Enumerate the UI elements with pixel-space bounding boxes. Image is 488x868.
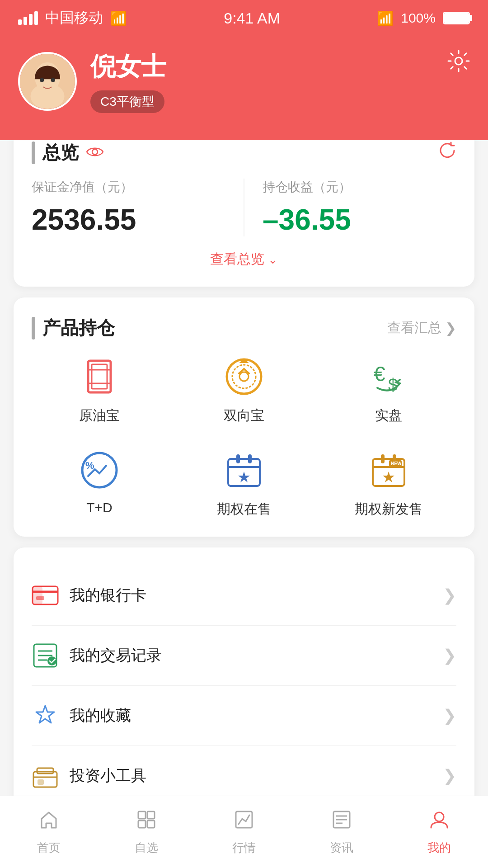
holding-item: 持仓收益（元） –36.55 (244, 179, 456, 236)
svg-point-51 (435, 812, 444, 821)
settings-icon[interactable] (447, 50, 470, 78)
nav-item-mine[interactable]: 我的 (390, 809, 488, 856)
menu-item-bankcard[interactable]: 我的银行卡 ❯ (32, 566, 456, 626)
product-td[interactable]: % T+D (32, 448, 167, 519)
overview-title-area: 总览 (32, 140, 104, 165)
bankcard-icon (32, 582, 59, 609)
svg-rect-21 (248, 454, 252, 463)
svg-rect-45 (147, 821, 155, 828)
nav-item-market[interactable]: 行情 (195, 809, 293, 856)
svg-rect-32 (36, 596, 44, 600)
qiquanzaishou-label: 期权在售 (217, 500, 271, 519)
yuanyoubao-icon (77, 354, 122, 399)
svg-point-2 (30, 84, 64, 109)
mine-icon (428, 809, 450, 835)
tools-icon (32, 762, 59, 789)
user-name: 倪女士 (90, 50, 470, 84)
bottom-nav: 首页 自选 行情 (0, 796, 488, 868)
td-label: T+D (86, 500, 113, 515)
view-summary-button[interactable]: 查看汇总 ❯ (387, 319, 456, 337)
eye-icon[interactable] (86, 142, 104, 163)
products-grid: 原油宝 双向宝 (32, 354, 456, 519)
avatar[interactable] (18, 52, 77, 111)
nav-home-label: 首页 (37, 840, 61, 856)
products-title: 产品持仓 (42, 316, 115, 340)
chevron-right-icon: ❯ (445, 320, 456, 336)
overview-data: 保证金净值（元） 2536.55 持仓收益（元） –36.55 (32, 179, 456, 236)
svg-rect-43 (147, 811, 155, 819)
shipan-icon: € $ (366, 354, 411, 399)
svg-point-4 (51, 78, 55, 82)
qiquanxinfashou-icon: NEW (366, 448, 411, 493)
svg-rect-24 (381, 454, 385, 463)
shuangxiangbao-label: 双向宝 (224, 406, 264, 425)
qiquanxinfashou-label: 期权新发售 (355, 500, 422, 519)
news-icon (331, 809, 352, 835)
time-label: 9:41 AM (224, 9, 280, 27)
products-card-header: 产品持仓 查看汇总 ❯ (32, 316, 456, 340)
product-qiquanzaishou[interactable]: 期权在售 (176, 448, 312, 519)
product-yuanyoubao[interactable]: 原油宝 (32, 354, 167, 425)
nav-market-label: 行情 (232, 840, 256, 856)
holding-value: –36.55 (263, 203, 456, 236)
nav-item-news[interactable]: 资讯 (293, 809, 390, 856)
svg-point-6 (92, 149, 98, 155)
header: 倪女士 C3平衡型 (0, 36, 488, 140)
tools-label: 投资小工具 (70, 765, 432, 786)
title-bar-decoration2 (32, 317, 35, 340)
svg-text:$: $ (388, 375, 398, 394)
title-bar-decoration (32, 142, 35, 164)
menu-item-favorites[interactable]: 我的收藏 ❯ (32, 686, 456, 746)
chevron-right-icon-favorites: ❯ (443, 706, 456, 725)
products-title-area: 产品持仓 (32, 316, 115, 340)
margin-item: 保证金净值（元） 2536.55 (32, 179, 244, 236)
svg-point-37 (47, 656, 56, 665)
chevron-right-icon-bankcard: ❯ (443, 586, 456, 605)
menu-list: 我的银行卡 ❯ 我的交易记录 ❯ (32, 566, 456, 806)
cards-area: 总览 保证金净值（元） 2536.55 (0, 122, 488, 824)
menu-item-trading[interactable]: 我的交易记录 ❯ (32, 626, 456, 686)
product-shipan[interactable]: € $ 实盘 (321, 354, 456, 425)
avatar-image (20, 54, 75, 109)
signal-icon (18, 11, 38, 25)
status-left: 中国移动 📶 (18, 8, 127, 28)
svg-rect-30 (33, 586, 42, 604)
chevron-right-icon-trading: ❯ (443, 646, 456, 665)
svg-rect-42 (138, 811, 145, 819)
svg-rect-8 (92, 364, 107, 389)
refresh-icon[interactable] (438, 142, 456, 164)
product-shuangxiangbao[interactable]: 双向宝 (176, 354, 312, 425)
nav-watchlist-label: 自选 (135, 840, 158, 856)
overview-title: 总览 (42, 140, 79, 165)
bankcard-label: 我的银行卡 (70, 585, 432, 606)
battery-label: 100% (401, 10, 436, 26)
td-icon: % (77, 448, 122, 493)
view-more-button[interactable]: 查看总览 ⌄ (32, 250, 456, 269)
margin-value: 2536.55 (32, 203, 225, 236)
svg-text:NEW: NEW (391, 461, 402, 466)
svg-text:€: € (374, 362, 385, 386)
holding-label: 持仓收益（元） (263, 179, 456, 196)
user-info: 倪女士 C3平衡型 (90, 50, 470, 113)
product-qiquanxinfashou[interactable]: NEW 期权新发售 (321, 448, 456, 519)
nav-item-watchlist[interactable]: 自选 (98, 809, 195, 856)
favorites-label: 我的收藏 (70, 705, 432, 726)
wifi-icon: 📶 (110, 10, 127, 26)
yuanyoubao-label: 原油宝 (79, 406, 120, 425)
market-icon (233, 809, 255, 835)
svg-point-13 (239, 372, 249, 381)
chevron-right-icon-tools: ❯ (443, 766, 456, 785)
shuangxiangbao-icon (221, 354, 267, 399)
overview-card-header: 总览 (32, 140, 456, 165)
overview-card: 总览 保证金净值（元） 2536.55 (14, 122, 474, 287)
carrier-label: 中国移动 (45, 8, 103, 28)
nav-item-home[interactable]: 首页 (0, 809, 98, 856)
watchlist-icon (136, 809, 157, 835)
chevron-down-icon: ⌄ (268, 253, 278, 266)
qiquanzaishou-icon (221, 448, 267, 493)
status-bar: 中国移动 📶 9:41 AM 📶 100% (0, 0, 488, 36)
home-icon (38, 809, 60, 835)
nav-mine-label: 我的 (427, 840, 451, 856)
products-card: 产品持仓 查看汇总 ❯ 原油宝 (14, 297, 474, 537)
trading-icon (32, 642, 59, 669)
